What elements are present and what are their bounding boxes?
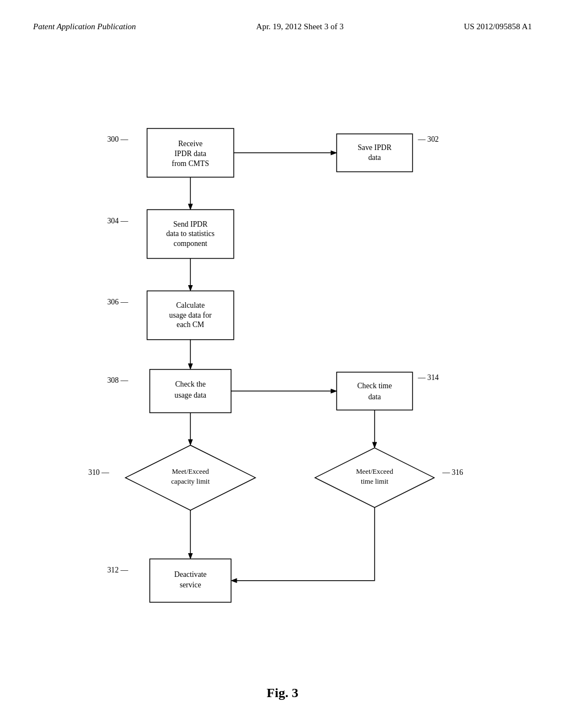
node-316-text-line2: time limit [361, 478, 388, 485]
node-310-text-line1: Meet/Exceed [172, 468, 209, 475]
node-316-text-line1: Meet/Exceed [356, 468, 393, 475]
label-314: — 314 [417, 373, 439, 382]
node-304-text-line3: component [174, 239, 207, 248]
label-310: 310 — [88, 468, 109, 477]
node-308-text-line1: Check the [175, 380, 205, 388]
fig-label: Fig. 3 [266, 686, 298, 700]
node-304-text-line1: Send IPDR [173, 220, 208, 228]
node-300-text-line3: from CMTS [172, 159, 209, 168]
node-302-text-line2: data [368, 153, 381, 162]
header-right: US 2012/095858 A1 [464, 22, 532, 31]
node-310-text-line2: capacity limit [171, 478, 210, 485]
flowchart-svg: Receive IPDR data from CMTS 300 — Save I… [33, 66, 532, 662]
arrow-316-312 [232, 507, 375, 581]
node-314-box [337, 372, 412, 410]
node-312-text-line2: service [180, 581, 201, 589]
node-308-text-line2: usage data [174, 391, 206, 399]
label-312: 312 — [107, 566, 128, 574]
label-308: 308 — [107, 376, 128, 384]
header-left: Patent Application Publication [33, 22, 136, 31]
node-300-text-line1: Receive [178, 140, 202, 148]
label-304: 304 — [107, 217, 128, 225]
node-306-text-line1: Calculate [176, 301, 205, 309]
header-center: Apr. 19, 2012 Sheet 3 of 3 [256, 22, 343, 31]
label-300: 300 — [107, 135, 128, 143]
node-312-text-line1: Deactivate [174, 570, 207, 579]
page: Patent Application Publication Apr. 19, … [0, 0, 565, 728]
label-302: — 302 [417, 135, 439, 143]
label-306: 306 — [107, 298, 128, 306]
node-304-text-line2: data to statistics [166, 229, 215, 238]
flowchart-diagram: Receive IPDR data from CMTS 300 — Save I… [33, 66, 532, 662]
node-314-text-line2: data [368, 393, 381, 401]
label-316: — 316 [442, 468, 463, 477]
node-300-text-line2: IPDR data [174, 149, 206, 158]
node-306-text-line2: usage data for [169, 311, 212, 319]
header: Patent Application Publication Apr. 19, … [0, 22, 565, 31]
node-314-text-line1: Check time [357, 382, 392, 390]
node-306-text-line3: each CM [177, 320, 204, 329]
node-302-text-line1: Save IPDR [358, 143, 392, 152]
